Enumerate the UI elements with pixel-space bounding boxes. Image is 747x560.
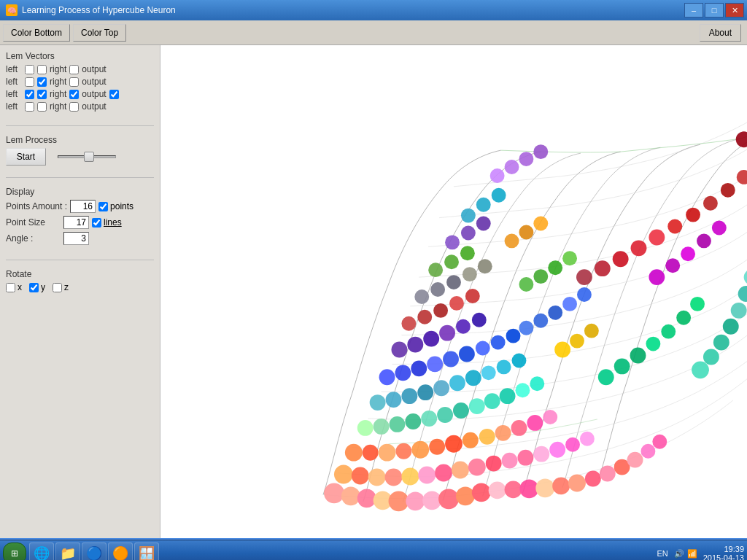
title-bar: 🧠 Learning Process of Hypercube Neuron –…: [0, 0, 747, 20]
taskbar-right: EN 🔊 📶 19:39 2015-04-13: [657, 545, 744, 560]
slider-track[interactable]: [58, 155, 116, 158]
svg-point-83: [703, 349, 719, 365]
window-title: Learning Process of Hypercube Neuron: [22, 5, 176, 15]
rotate-y-checkbox[interactable]: [29, 283, 39, 292]
svg-point-165: [697, 233, 711, 248]
rotate-y-label: y: [41, 282, 45, 292]
rotate-z-label: z: [64, 282, 69, 292]
svg-point-34: [533, 446, 549, 462]
points-checkbox[interactable]: [98, 202, 108, 211]
svg-point-115: [461, 209, 476, 223]
left-check-4a[interactable]: [25, 102, 34, 112]
svg-point-32: [502, 453, 518, 469]
left-check-2a[interactable]: [25, 77, 34, 87]
toolbar: Color Bottom Color Top About: [0, 20, 747, 45]
svg-point-142: [533, 269, 548, 284]
lem-row-1: left right output: [6, 64, 154, 74]
left-check-3a[interactable]: [25, 90, 34, 99]
points-amount-value[interactable]: 16: [70, 200, 96, 213]
start-menu-button[interactable]: ⊞: [3, 542, 26, 560]
svg-point-20: [640, 444, 655, 459]
rotate-z-checkbox[interactable]: [53, 283, 62, 292]
taskbar-app-4[interactable]: 🟠: [108, 542, 133, 560]
svg-point-59: [484, 393, 500, 409]
svg-point-122: [649, 230, 665, 246]
svg-point-119: [595, 260, 611, 276]
slider-thumb[interactable]: [84, 152, 94, 162]
lem-process-title: Lem Process: [6, 135, 154, 145]
svg-point-155: [598, 369, 614, 385]
taskbar-app-5[interactable]: 🪟: [134, 542, 159, 560]
taskbar-app-2[interactable]: 📁: [55, 542, 80, 560]
svg-point-105: [430, 282, 445, 297]
lines-checkbox[interactable]: [92, 218, 101, 228]
svg-point-4: [389, 491, 409, 511]
svg-point-38: [345, 444, 363, 462]
svg-point-68: [449, 375, 465, 391]
display-section: Display Points Amount : 16 points Point …: [6, 187, 154, 248]
minimize-button[interactable]: –: [684, 3, 703, 18]
close-button[interactable]: ✕: [725, 3, 744, 18]
svg-point-125: [703, 196, 718, 211]
svg-point-123: [667, 219, 682, 234]
svg-point-75: [411, 360, 427, 376]
color-top-button[interactable]: Color Top: [73, 24, 126, 42]
left-check-1a[interactable]: [25, 65, 34, 74]
svg-point-152: [554, 342, 570, 358]
taskbar-app-3[interactable]: 🔵: [82, 542, 107, 560]
left-check-3b[interactable]: [37, 90, 47, 99]
rotate-x-checkbox[interactable]: [6, 283, 15, 292]
right-label-4: right: [50, 101, 66, 112]
svg-point-126: [721, 183, 735, 198]
slider-container: [52, 155, 116, 158]
maximize-button[interactable]: □: [705, 3, 724, 18]
right-check-3[interactable]: [69, 90, 79, 99]
about-button[interactable]: About: [700, 24, 741, 42]
svg-point-86: [731, 303, 747, 319]
svg-point-97: [456, 319, 471, 334]
svg-point-6: [422, 491, 441, 510]
left-check-1b[interactable]: [37, 65, 47, 74]
point-size-value[interactable]: 17: [63, 216, 89, 229]
rotate-y-item: y: [29, 282, 45, 292]
right-check-1[interactable]: [69, 65, 79, 74]
svg-point-150: [519, 152, 533, 166]
point-size-label: Point Size: [6, 217, 61, 228]
angle-label: Angle :: [6, 233, 61, 244]
svg-point-17: [600, 466, 616, 482]
taskbar-app-1[interactable]: 🌐: [29, 542, 54, 560]
svg-point-2: [357, 489, 376, 508]
left-label-3: left: [6, 89, 22, 99]
svg-point-166: [712, 221, 727, 236]
left-check-2b[interactable]: [37, 77, 47, 87]
svg-point-82: [692, 361, 709, 378]
angle-value[interactable]: 3: [63, 232, 89, 245]
right-check-4[interactable]: [69, 102, 79, 112]
output-check-3[interactable]: [109, 90, 119, 99]
svg-point-116: [476, 198, 491, 212]
left-label-1: left: [6, 64, 22, 74]
svg-point-7: [438, 489, 459, 509]
svg-point-63: [370, 394, 386, 411]
lem-vectors-title: Lem Vectors: [6, 51, 154, 61]
svg-point-87: [738, 286, 747, 302]
left-check-4b[interactable]: [37, 102, 47, 112]
right-label-2: right: [50, 77, 66, 87]
windows-icon: ⊞: [11, 548, 18, 559]
svg-point-70: [481, 365, 496, 380]
svg-point-96: [439, 325, 455, 341]
color-bottom-button[interactable]: Color Bottom: [3, 24, 70, 42]
svg-point-85: [723, 319, 739, 335]
svg-point-45: [462, 432, 479, 448]
taskbar-clock: 19:39 2015-04-13: [703, 545, 744, 560]
lines-label: lines: [104, 217, 122, 228]
svg-point-103: [465, 289, 480, 303]
svg-point-124: [686, 208, 700, 222]
right-check-2[interactable]: [69, 77, 79, 87]
svg-point-53: [390, 416, 406, 432]
svg-point-102: [449, 296, 464, 311]
start-button[interactable]: Start: [6, 148, 46, 166]
svg-point-28: [435, 464, 452, 482]
svg-point-23: [352, 467, 369, 485]
svg-point-73: [379, 369, 395, 385]
